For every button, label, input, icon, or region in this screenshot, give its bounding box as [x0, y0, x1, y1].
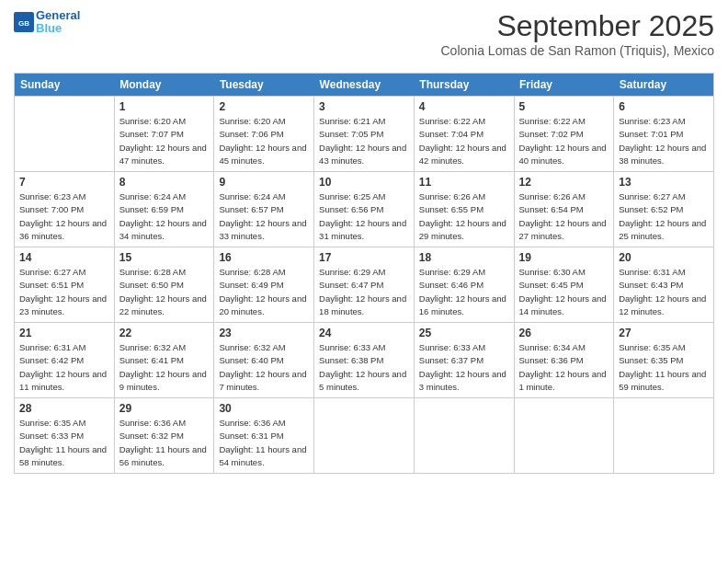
day-number: 27 — [619, 327, 709, 339]
calendar-cell: 27Sunrise: 6:35 AMSunset: 6:35 PMDayligh… — [614, 323, 714, 398]
day-info: Sunrise: 6:23 AMSunset: 7:00 PMDaylight:… — [19, 190, 109, 243]
calendar-cell: 13Sunrise: 6:27 AMSunset: 6:52 PMDayligh… — [614, 172, 714, 247]
calendar-cell: 23Sunrise: 6:32 AMSunset: 6:40 PMDayligh… — [214, 323, 314, 398]
day-info: Sunrise: 6:29 AMSunset: 6:46 PMDaylight:… — [419, 266, 509, 318]
calendar-cell: 15Sunrise: 6:28 AMSunset: 6:50 PMDayligh… — [114, 247, 214, 323]
calendar-cell: 30Sunrise: 6:36 AMSunset: 6:31 PMDayligh… — [214, 398, 314, 474]
calendar-cell: 19Sunrise: 6:30 AMSunset: 6:45 PMDayligh… — [514, 247, 614, 323]
logo-text-line1: General — [36, 9, 80, 22]
day-number: 7 — [19, 176, 109, 189]
day-number: 26 — [519, 327, 609, 339]
day-number: 2 — [219, 100, 309, 113]
calendar-cell: 18Sunrise: 6:29 AMSunset: 6:46 PMDayligh… — [414, 247, 514, 323]
day-number: 21 — [19, 327, 109, 339]
day-number: 15 — [119, 251, 210, 264]
day-number: 29 — [119, 402, 210, 415]
calendar-cell: 7Sunrise: 6:23 AMSunset: 7:00 PMDaylight… — [15, 172, 115, 247]
day-number: 8 — [119, 176, 210, 189]
day-info: Sunrise: 6:33 AMSunset: 6:38 PMDaylight:… — [319, 341, 409, 394]
calendar-cell: 21Sunrise: 6:31 AMSunset: 6:42 PMDayligh… — [15, 323, 115, 398]
calendar-cell: 20Sunrise: 6:31 AMSunset: 6:43 PMDayligh… — [614, 247, 714, 323]
day-number: 3 — [319, 100, 409, 113]
calendar-cell: 24Sunrise: 6:33 AMSunset: 6:38 PMDayligh… — [314, 323, 415, 398]
day-info: Sunrise: 6:35 AMSunset: 6:33 PMDaylight:… — [19, 417, 109, 469]
day-info: Sunrise: 6:26 AMSunset: 6:54 PMDaylight:… — [519, 190, 609, 243]
day-info: Sunrise: 6:32 AMSunset: 6:40 PMDaylight:… — [219, 341, 309, 394]
calendar-cell — [414, 398, 514, 474]
day-number: 16 — [219, 251, 309, 264]
calendar-cell: 2Sunrise: 6:20 AMSunset: 7:06 PMDaylight… — [214, 97, 314, 172]
day-number: 19 — [519, 251, 609, 264]
day-info: Sunrise: 6:32 AMSunset: 6:41 PMDaylight:… — [119, 341, 210, 394]
calendar-cell: 14Sunrise: 6:27 AMSunset: 6:51 PMDayligh… — [15, 247, 115, 323]
calendar-cell — [15, 97, 115, 172]
calendar-cell: 28Sunrise: 6:35 AMSunset: 6:33 PMDayligh… — [15, 398, 115, 474]
day-info: Sunrise: 6:23 AMSunset: 7:01 PMDaylight:… — [619, 115, 709, 167]
calendar-cell — [314, 398, 415, 474]
calendar-cell: 4Sunrise: 6:22 AMSunset: 7:04 PMDaylight… — [414, 97, 514, 172]
day-number: 20 — [619, 251, 709, 264]
day-info: Sunrise: 6:26 AMSunset: 6:55 PMDaylight:… — [419, 190, 509, 243]
calendar-cell: 29Sunrise: 6:36 AMSunset: 6:32 PMDayligh… — [114, 398, 214, 474]
day-info: Sunrise: 6:27 AMSunset: 6:51 PMDaylight:… — [19, 266, 109, 318]
logo-text-line2: Blue — [36, 22, 80, 35]
svg-text:GB: GB — [18, 19, 29, 28]
day-info: Sunrise: 6:27 AMSunset: 6:52 PMDaylight:… — [619, 190, 709, 243]
day-info: Sunrise: 6:36 AMSunset: 6:32 PMDaylight:… — [119, 417, 210, 469]
day-number: 30 — [219, 402, 309, 415]
calendar-cell: 16Sunrise: 6:28 AMSunset: 6:49 PMDayligh… — [214, 247, 314, 323]
day-info: Sunrise: 6:35 AMSunset: 6:35 PMDaylight:… — [619, 341, 709, 394]
day-number: 14 — [19, 251, 109, 264]
calendar-cell: 5Sunrise: 6:22 AMSunset: 7:02 PMDaylight… — [514, 97, 614, 172]
calendar-cell — [514, 398, 614, 474]
day-number: 6 — [619, 100, 709, 113]
calendar-cell: 9Sunrise: 6:24 AMSunset: 6:57 PMDaylight… — [214, 172, 314, 247]
day-number: 11 — [419, 176, 509, 189]
logo-icon: GB — [14, 12, 34, 32]
location-title: Colonia Lomas de San Ramon (Triquis), Me… — [441, 43, 715, 58]
weekday-header-friday: Friday — [514, 74, 614, 97]
day-info: Sunrise: 6:22 AMSunset: 7:02 PMDaylight:… — [519, 115, 609, 167]
day-info: Sunrise: 6:31 AMSunset: 6:43 PMDaylight:… — [619, 266, 709, 318]
day-info: Sunrise: 6:25 AMSunset: 6:56 PMDaylight:… — [319, 190, 409, 243]
day-number: 25 — [419, 327, 509, 339]
day-number: 12 — [519, 176, 609, 189]
weekday-header-thursday: Thursday — [414, 74, 514, 97]
day-number: 4 — [419, 100, 509, 113]
day-number: 22 — [119, 327, 210, 339]
logo: GB General Blue — [14, 9, 80, 36]
day-info: Sunrise: 6:29 AMSunset: 6:47 PMDaylight:… — [319, 266, 409, 318]
day-info: Sunrise: 6:24 AMSunset: 6:59 PMDaylight:… — [119, 190, 210, 243]
day-number: 23 — [219, 327, 309, 339]
calendar-cell: 8Sunrise: 6:24 AMSunset: 6:59 PMDaylight… — [114, 172, 214, 247]
calendar-cell: 22Sunrise: 6:32 AMSunset: 6:41 PMDayligh… — [114, 323, 214, 398]
day-info: Sunrise: 6:28 AMSunset: 6:49 PMDaylight:… — [219, 266, 309, 318]
day-info: Sunrise: 6:22 AMSunset: 7:04 PMDaylight:… — [419, 115, 509, 167]
day-info: Sunrise: 6:33 AMSunset: 6:37 PMDaylight:… — [419, 341, 509, 394]
calendar-cell: 11Sunrise: 6:26 AMSunset: 6:55 PMDayligh… — [414, 172, 514, 247]
calendar-cell: 3Sunrise: 6:21 AMSunset: 7:05 PMDaylight… — [314, 97, 415, 172]
day-number: 9 — [219, 176, 309, 189]
day-number: 13 — [619, 176, 709, 189]
day-info: Sunrise: 6:31 AMSunset: 6:42 PMDaylight:… — [19, 341, 109, 394]
calendar-cell: 6Sunrise: 6:23 AMSunset: 7:01 PMDaylight… — [614, 97, 714, 172]
day-info: Sunrise: 6:30 AMSunset: 6:45 PMDaylight:… — [519, 266, 609, 318]
weekday-header-saturday: Saturday — [614, 74, 714, 97]
day-info: Sunrise: 6:24 AMSunset: 6:57 PMDaylight:… — [219, 190, 309, 243]
day-info: Sunrise: 6:21 AMSunset: 7:05 PMDaylight:… — [319, 115, 409, 167]
day-number: 18 — [419, 251, 509, 264]
day-number: 28 — [19, 402, 109, 415]
day-number: 5 — [519, 100, 609, 113]
day-info: Sunrise: 6:34 AMSunset: 6:36 PMDaylight:… — [519, 341, 609, 394]
day-number: 17 — [319, 251, 409, 264]
weekday-header-monday: Monday — [114, 74, 214, 97]
calendar-cell: 1Sunrise: 6:20 AMSunset: 7:07 PMDaylight… — [114, 97, 214, 172]
day-number: 24 — [319, 327, 409, 339]
weekday-header-tuesday: Tuesday — [214, 74, 314, 97]
weekday-header-sunday: Sunday — [15, 74, 115, 97]
day-info: Sunrise: 6:28 AMSunset: 6:50 PMDaylight:… — [119, 266, 210, 318]
calendar-cell: 12Sunrise: 6:26 AMSunset: 6:54 PMDayligh… — [514, 172, 614, 247]
weekday-header-wednesday: Wednesday — [314, 74, 415, 97]
day-info: Sunrise: 6:36 AMSunset: 6:31 PMDaylight:… — [219, 417, 309, 469]
day-info: Sunrise: 6:20 AMSunset: 7:07 PMDaylight:… — [119, 115, 210, 167]
